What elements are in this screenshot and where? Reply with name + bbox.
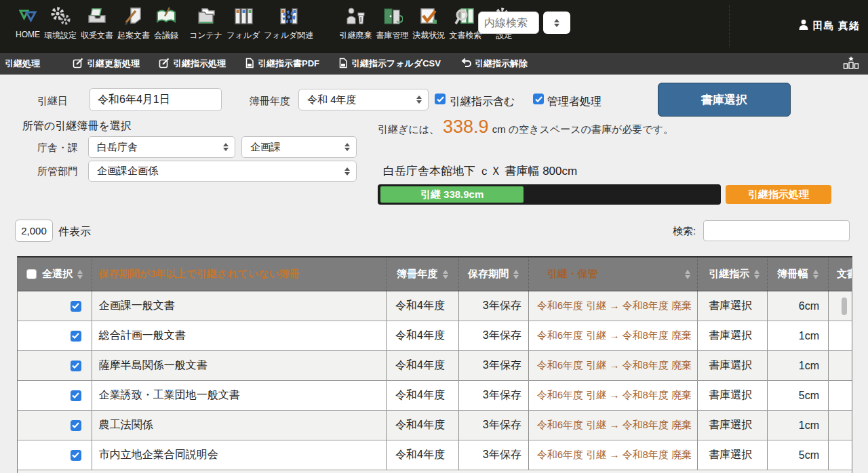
cell-docs (829, 321, 852, 350)
department-value: 企画課企画係 (97, 165, 158, 178)
header-label: 保存期間 (468, 268, 509, 281)
sort-icon (685, 270, 690, 279)
cell-book-name: 市内立地企業合同説明会 (92, 440, 387, 470)
undo-icon (460, 58, 471, 70)
toolbar-item-transfer-update[interactable]: 引継更新処理 (73, 58, 140, 70)
header-transfer-instruction[interactable]: 引継指示 (698, 258, 768, 291)
required-space-value: 338.9 (443, 117, 489, 138)
row-checkbox[interactable] (71, 361, 81, 371)
department-select[interactable]: 企画課企画係 (88, 161, 357, 182)
table-row: 薩摩半島関係一般文書 令和4年度 3年保存 令和6年度 引継 → 令和8年度 廃… (18, 351, 852, 381)
storage-location-text: 白岳庁舎本館地下 ｃＸ 書庫幅 800cm (383, 163, 577, 179)
nav-item-meeting-minutes[interactable]: 会議録 (152, 5, 180, 41)
binders-icon (232, 5, 255, 27)
building-value: 白岳庁舎 (97, 141, 138, 154)
header-docs[interactable]: 文書数 (829, 258, 852, 291)
nav-item-folders[interactable]: フォルダ (224, 5, 262, 41)
inbox-document-icon (85, 5, 108, 27)
home-logo-icon (16, 5, 39, 27)
header-book-year[interactable]: 簿冊年度 (387, 258, 459, 291)
cell-book-width: 1cm (768, 321, 829, 350)
nav-label: コンテナ (189, 30, 222, 41)
cell-book-width: 1cm (768, 411, 829, 440)
sort-icon (513, 270, 519, 279)
toolbar-item-label: 引継指示書PDF (258, 58, 319, 70)
nav-label: 会議録 (154, 30, 178, 41)
row-checkbox[interactable] (71, 390, 81, 401)
cell-docs (829, 440, 852, 470)
toolbar-item-instruction-pdf[interactable]: 引継指示書PDF (245, 58, 319, 70)
transfer-date-input[interactable]: 令和6年4月1日 (90, 88, 222, 111)
select-all-checkbox[interactable] (26, 269, 37, 279)
toolbar-item-label: 引継指示処理 (173, 58, 226, 70)
transfer-instruction-button[interactable]: 引継指示処理 (726, 185, 831, 204)
row-checkbox[interactable] (71, 420, 81, 431)
sort-icon (443, 270, 448, 279)
row-checkbox[interactable] (71, 331, 81, 342)
include-instruction-checkbox[interactable] (435, 94, 446, 104)
updown-arrows-icon (554, 19, 559, 27)
storage-select-button[interactable]: 書庫選択 (658, 83, 791, 117)
building-section-label: 庁舎・課 (37, 142, 78, 155)
sort-icon (77, 270, 83, 279)
toolbar-item-instruction-csv[interactable]: 引継指示フォルダCSV (338, 58, 441, 70)
top-bar: HOME 環境設定 収受文書 起案文書 (0, 0, 868, 53)
nav-item-settings-env[interactable]: 環境設定 (42, 5, 79, 41)
table-vertical-scrollbar[interactable] (842, 297, 847, 315)
header-transfer-storage[interactable]: 引継・保管 (529, 258, 698, 291)
nav-item-approval-status[interactable]: 決裁状況 (410, 5, 447, 41)
cell-storage-select-link[interactable]: 書庫選択 (698, 440, 768, 470)
toolbar-item-transfer-instruction[interactable]: 引継指示処理 (159, 58, 226, 70)
cell-storage-select-link[interactable]: 書庫選択 (698, 381, 768, 410)
updown-arrows-icon (344, 167, 350, 176)
table-row: 農工法関係 令和4年度 3年保存 令和6年度 引継 → 令和8年度 廃棄 書庫選… (18, 411, 852, 440)
favorites-sitemap-icon[interactable] (842, 56, 860, 75)
admin-process-checkbox[interactable] (533, 94, 544, 104)
section-select[interactable]: 企画課 (241, 136, 357, 158)
book-year-select[interactable]: 令和 4年度 (298, 89, 429, 110)
extension-search-input[interactable] (478, 12, 539, 34)
header-select-all[interactable]: 全選択 (18, 258, 92, 291)
nav-item-archive-management[interactable]: 書庫管理 (374, 5, 410, 41)
nav-label: 引継廃棄 (339, 30, 372, 41)
meeting-minutes-icon (155, 5, 178, 27)
cell-storage-select-link[interactable]: 書庫選択 (698, 291, 768, 321)
archive-management-icon (380, 5, 403, 27)
nav-item-folder-related[interactable]: フォルダ関連 (262, 5, 315, 41)
nav-item-received-docs[interactable]: 収受文書 (79, 5, 115, 41)
cell-docs (829, 351, 852, 380)
nav-item-draft-docs[interactable]: 起案文書 (115, 5, 152, 41)
user-area[interactable]: 田島 真緒 (798, 19, 860, 33)
app-root: HOME 環境設定 収受文書 起案文書 (0, 0, 868, 473)
cell-transfer-flow: 令和6年度 引継 → 令和8年度 廃棄 (529, 381, 698, 410)
include-instruction-label: 引継指示含む (450, 95, 515, 109)
row-checkbox[interactable] (71, 450, 81, 461)
header-retention[interactable]: 保存期間 (459, 258, 529, 291)
row-checkbox[interactable] (71, 301, 81, 312)
cell-book-name: 企業誘致・工業団地一般文書 (92, 381, 387, 410)
nav-item-container[interactable]: コンテナ (187, 5, 224, 41)
csv-document-icon (338, 58, 348, 70)
header-book-width[interactable]: 簿冊幅 (768, 258, 829, 291)
header-book-name[interactable]: 保存期間が3年以上で引継されていない簿冊 (92, 258, 387, 291)
cell-book-year: 令和4年度 (387, 381, 459, 410)
nav-item-home[interactable]: HOME (14, 5, 42, 41)
cell-storage-select-link[interactable]: 書庫選択 (698, 321, 768, 350)
nav-label: 決裁状況 (412, 30, 445, 41)
cell-book-width: 1cm (768, 351, 829, 380)
table-search-input[interactable] (703, 220, 850, 241)
toolbar-item-instruction-cancel[interactable]: 引継指示解除 (460, 58, 528, 70)
edit-icon (73, 58, 83, 70)
transfer-books-table: 全選択 保存期間が3年以上で引継されていない簿冊 簿冊年度 保存期間 引継・保管… (17, 256, 852, 473)
nav-item-transfer-disposal[interactable]: 引継廃棄 (337, 5, 374, 41)
header-label: 文書数 (837, 268, 852, 281)
cell-storage-select-link[interactable]: 書庫選択 (698, 351, 768, 380)
header-label: 簿冊幅 (778, 268, 808, 281)
page-size-select[interactable]: 2,000 (15, 220, 53, 242)
header-label: 簿冊年度 (397, 268, 438, 281)
cell-storage-select-link[interactable]: 書庫選択 (698, 411, 768, 440)
building-select[interactable]: 白岳庁舎 (88, 136, 235, 158)
pdf-document-icon (245, 58, 254, 70)
extension-search-select[interactable] (543, 12, 570, 34)
nav-label: フォルダ (226, 30, 260, 41)
